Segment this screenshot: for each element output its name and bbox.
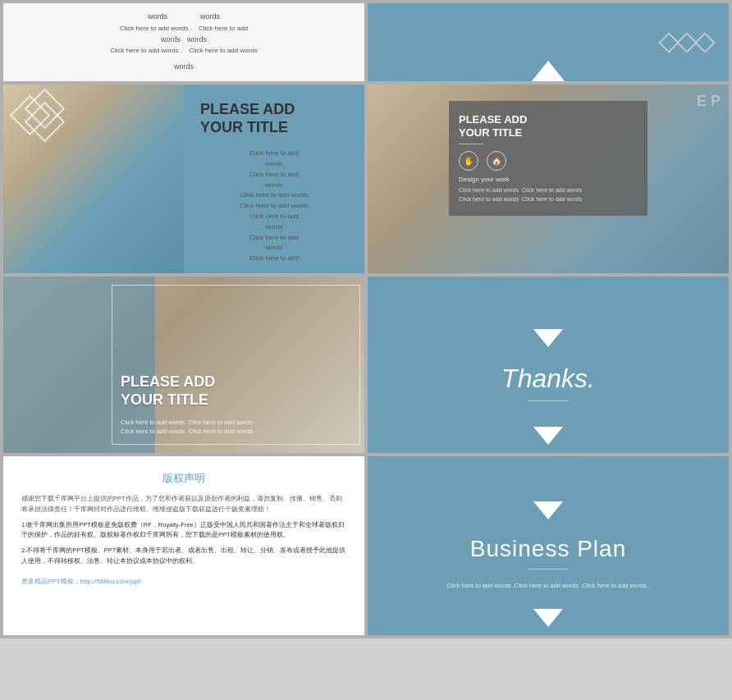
slide1-words-4: words — [187, 35, 207, 43]
slide7-title: 版权声明 — [21, 471, 346, 486]
hand-icon: ✋ — [459, 151, 478, 171]
slide1-click-3: Click here to add words . — [110, 47, 182, 54]
slide8-divider — [528, 569, 569, 570]
slide-8: Business Plan Click here to add words .C… — [368, 456, 729, 635]
slide1-words-3: words — [161, 35, 181, 43]
slide-6: Thanks. — [368, 277, 729, 453]
slide6-triangle-bottom — [533, 427, 563, 445]
slide6-divider — [528, 400, 569, 401]
slide-2 — [368, 3, 729, 81]
slide4-divider — [459, 144, 483, 144]
slide3-content: PLEASE ADD YOUR TITLE Click here to add … — [184, 85, 364, 273]
slide4-design-label: Design your work — [459, 176, 638, 183]
slide1-click-4: Click here to add words — [189, 47, 258, 54]
slide6-triangle-top — [533, 329, 563, 347]
slide5-content-box: PLEASE ADDYOUR TITLE Click here to add w… — [112, 285, 360, 445]
slide4-small-text: Click here to add words Click here to ad… — [459, 186, 638, 204]
slide8-title: Business Plan — [470, 536, 626, 562]
slide1-words-2: words — [200, 12, 220, 21]
home-icon: 🏠 — [487, 151, 506, 171]
slide4-title: PLEASE ADDYOUR TITLE — [459, 113, 638, 139]
triangle-up — [532, 61, 565, 81]
slide4-icons-row: ✋ 🏠 — [459, 151, 638, 171]
diamond-3 — [694, 32, 715, 53]
slide3-photo — [3, 85, 184, 273]
slide8-triangle-bottom — [533, 609, 563, 627]
slide-grid: words words Click here to add words . Cl… — [0, 0, 732, 638]
slide-4: PLEASE ADDYOUR TITLE ✋ 🏠 Design your wor… — [368, 85, 729, 273]
slide4-gray-box: PLEASE ADDYOUR TITLE ✋ 🏠 Design your wor… — [449, 101, 647, 216]
slide3-diamond-overlay — [16, 101, 44, 130]
slide-3: PLEASE ADD YOUR TITLE Click here to add … — [3, 85, 364, 273]
slide1-click-1: Click here to add words . — [120, 25, 192, 32]
slide7-item2: 2.不得将千库网的PPT模板、PPT素材、本身用于若出者、成者出售、出租、转让、… — [21, 546, 346, 567]
slide1-words-5: words — [174, 62, 194, 71]
slide5-body: Click here to add words Click here to ad… — [121, 418, 351, 437]
slide7-item1: 1.收千库网出集所用PPT模板是免版权费（RF，Royalty-Free）正版受… — [21, 520, 346, 542]
slide7-link: 更多精品PPT模板：http://588ku.com/ppt/ — [21, 577, 346, 586]
slide-7: 版权声明 感谢您下载千库网平台上提供的PPT作品，为了您和作者获以及原创作者的利… — [3, 456, 364, 635]
slide6-thanks: Thanks. — [501, 364, 595, 394]
slide-1: words words Click here to add words . Cl… — [3, 3, 364, 81]
diamond-row — [661, 35, 712, 50]
slide4-letters: E P — [697, 93, 721, 110]
slide1-words-1: words — [148, 12, 167, 21]
slide3-title: PLEASE ADD YOUR TITLE — [200, 101, 348, 136]
slide8-sub-text: Click here to add words .Click here to a… — [430, 581, 666, 591]
slide3-body: Click here to add words Click here to ad… — [200, 149, 348, 264]
slide-5: PLEASE ADDYOUR TITLE Click here to add w… — [3, 277, 364, 453]
slide7-intro: 感谢您下载千库网平台上提供的PPT作品，为了您和作者获以及原创作者的利益，请勿复… — [21, 494, 346, 515]
slide1-click-2: Click here to add — [199, 25, 248, 32]
slide8-triangle-top — [533, 501, 563, 519]
slide5-title: PLEASE ADDYOUR TITLE — [121, 373, 351, 409]
